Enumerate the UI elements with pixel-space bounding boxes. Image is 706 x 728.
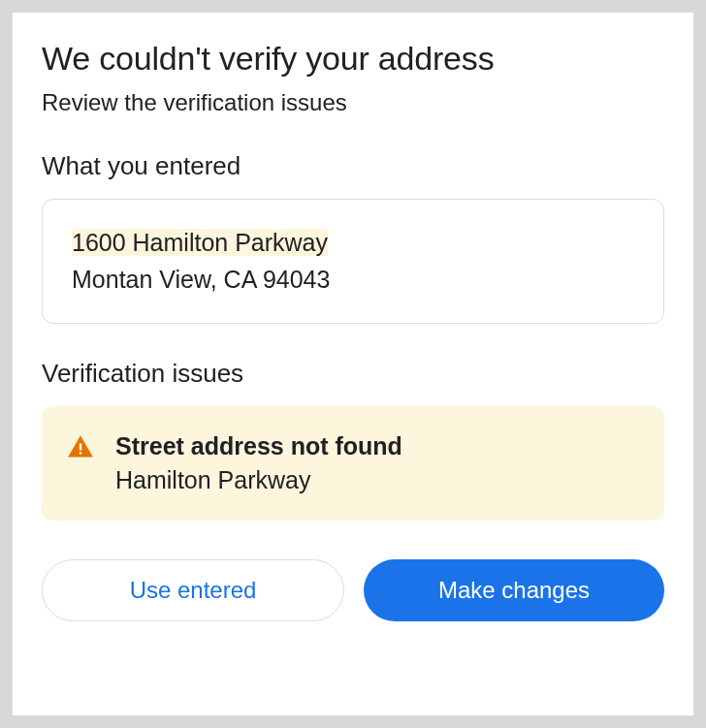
verification-issue-box: Street address not found Hamilton Parkwa… <box>42 406 664 521</box>
issue-title: Street address not found <box>115 429 639 463</box>
use-entered-button[interactable]: Use entered <box>42 559 344 621</box>
issue-detail: Hamilton Parkway <box>115 463 639 497</box>
svg-rect-0 <box>80 444 81 451</box>
entered-address-line1: 1600 Hamilton Parkway <box>72 229 328 256</box>
dialog-title: We couldn't verify your address <box>42 40 664 78</box>
warning-icon <box>67 433 94 460</box>
issue-content: Street address not found Hamilton Parkwa… <box>115 429 639 497</box>
entered-address-line2: Montan View, CA 94043 <box>72 262 634 299</box>
button-row: Use entered Make changes <box>42 559 664 621</box>
entered-heading: What you entered <box>42 151 664 181</box>
entered-address-box: 1600 Hamilton Parkway Montan View, CA 94… <box>42 199 664 324</box>
dialog-subtitle: Review the verification issues <box>42 89 664 116</box>
svg-rect-1 <box>80 452 81 454</box>
make-changes-button[interactable]: Make changes <box>364 559 664 621</box>
address-verification-dialog: We couldn't verify your address Review t… <box>12 12 694 716</box>
issues-heading: Verification issues <box>42 359 664 389</box>
